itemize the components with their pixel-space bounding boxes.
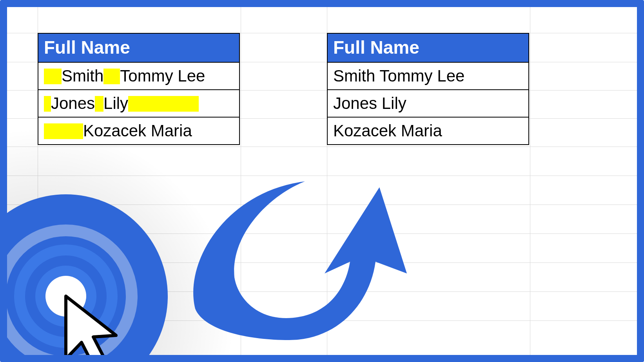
- cell-left-row-1: SmithTommy Lee: [38, 62, 239, 90]
- highlight-space: [44, 96, 51, 112]
- highlight-space: [95, 96, 103, 112]
- text-part: Smith: [62, 67, 103, 85]
- text-part: Tommy Lee: [120, 67, 205, 85]
- right-table-header: Full Name: [327, 33, 529, 62]
- highlight-space: [44, 123, 83, 139]
- left-table-header: Full Name: [38, 33, 239, 62]
- left-full-name-table: Full Name SmithTommy Lee JonesLily Kozac…: [38, 33, 240, 145]
- right-full-name-table: Full Name Smith Tommy Lee Jones Lily Koz…: [327, 33, 529, 145]
- highlight-space: [128, 96, 199, 112]
- highlight-space: [103, 69, 120, 84]
- table-row: Jones Lily: [327, 90, 529, 117]
- cell-right-row-1: Smith Tommy Lee: [327, 62, 529, 90]
- table-row: JonesLily: [38, 90, 239, 117]
- cell-left-row-2: JonesLily: [38, 90, 239, 117]
- highlight-space: [44, 69, 62, 84]
- brand-logo: [0, 194, 168, 362]
- cell-right-row-3: Kozacek Maria: [327, 117, 529, 145]
- table-row: Smith Tommy Lee: [327, 62, 529, 90]
- text-part: Kozacek Maria: [83, 121, 192, 140]
- cell-right-row-2: Jones Lily: [327, 90, 529, 117]
- text-part: Jones: [51, 94, 95, 112]
- table-row: Kozacek Maria: [327, 117, 529, 145]
- cell-left-row-3: Kozacek Maria: [38, 117, 239, 145]
- table-row: SmithTommy Lee: [38, 62, 239, 90]
- table-row: Kozacek Maria: [38, 117, 239, 145]
- text-part: Lily: [103, 94, 128, 112]
